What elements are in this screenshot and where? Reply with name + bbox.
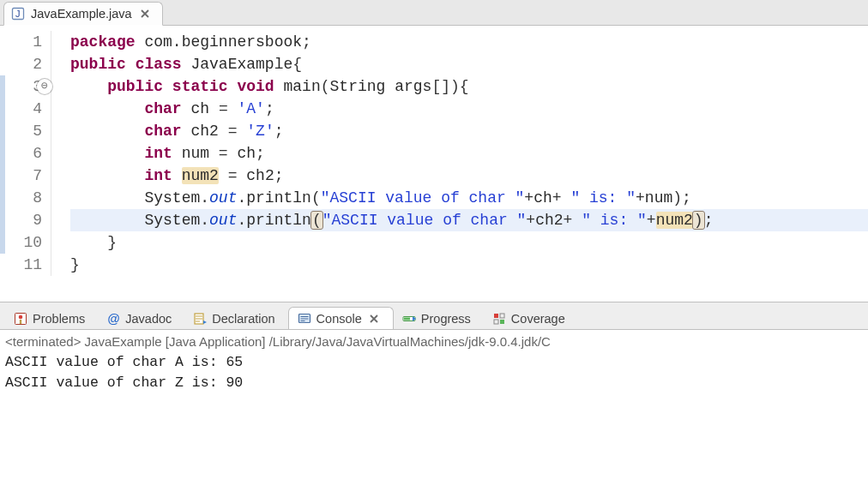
fold-collapse-icon[interactable]: ⊖ [37, 79, 52, 94]
console-output-line: ASCII value of char A is: 65 [5, 352, 863, 373]
editor-tab-label: JavaExample.java [31, 7, 132, 21]
tab-progress[interactable]: Progress [394, 308, 484, 329]
code-editor[interactable]: 1 2 3⊖ 4 5 6 7 8 9 10 11 package com.beg… [0, 26, 868, 293]
editor-tab-bar: J JavaExample.java [0, 0, 868, 26]
code-line: char ch2 = 'Z'; [70, 120, 868, 142]
console-view[interactable]: <terminated> JavaExample [Java Applicati… [0, 330, 868, 410]
svg-rect-4 [20, 320, 21, 324]
problems-icon [14, 312, 27, 326]
svg-rect-11 [494, 314, 498, 318]
tab-javadoc[interactable]: @ Javadoc [98, 308, 184, 329]
javadoc-icon: @ [106, 312, 120, 326]
progress-icon [402, 312, 416, 326]
code-line: int num2 = ch2; [70, 165, 868, 187]
tab-problems[interactable]: Problems [5, 308, 98, 329]
editor-tab-javaexample[interactable]: J JavaExample.java [3, 2, 163, 26]
code-line: System.out.println("ASCII value of char … [70, 187, 868, 209]
svg-rect-13 [494, 320, 498, 324]
close-icon[interactable] [138, 7, 152, 21]
tab-label: Problems [33, 312, 85, 326]
code-content[interactable]: package com.beginnersbook; public class … [51, 31, 868, 276]
tab-label: Javadoc [125, 312, 172, 326]
svg-point-3 [19, 315, 23, 320]
tab-label: Coverage [511, 312, 565, 326]
coverage-icon [492, 312, 506, 326]
code-line: } [70, 254, 868, 276]
console-output-line: ASCII value of char Z is: 90 [5, 373, 863, 393]
tab-label: Progress [421, 312, 471, 326]
java-file-icon: J [11, 7, 25, 21]
tab-coverage[interactable]: Coverage [484, 308, 578, 329]
code-line: public class JavaExample{ [70, 53, 868, 75]
svg-text:J: J [15, 9, 21, 19]
svg-rect-9 [404, 318, 410, 320]
code-line: } [70, 231, 868, 254]
code-line: char ch = 'A'; [70, 98, 868, 120]
code-line: public static void main(String args[]){ [70, 75, 868, 98]
code-line: System.out.println("ASCII value of char … [70, 209, 868, 231]
svg-rect-12 [500, 320, 504, 324]
code-line: int num = ch; [70, 142, 868, 165]
tab-declaration[interactable]: Declaration [184, 308, 287, 329]
declaration-icon [193, 312, 207, 326]
svg-rect-14 [500, 314, 504, 318]
tab-console[interactable]: Console [288, 307, 394, 330]
panel-tab-bar: Problems @ Javadoc Declaration Console [0, 302, 868, 330]
svg-marker-6 [203, 320, 207, 324]
close-icon[interactable] [367, 312, 381, 326]
console-process-header: <terminated> JavaExample [Java Applicati… [5, 332, 863, 352]
bottom-panel: Problems @ Javadoc Declaration Console [0, 302, 868, 410]
console-icon [298, 312, 311, 326]
code-line: package com.beginnersbook; [70, 31, 868, 53]
tab-label: Declaration [212, 312, 274, 326]
tab-label: Console [316, 312, 362, 326]
line-number-gutter: 1 2 3⊖ 4 5 6 7 8 9 10 11 [0, 31, 51, 276]
